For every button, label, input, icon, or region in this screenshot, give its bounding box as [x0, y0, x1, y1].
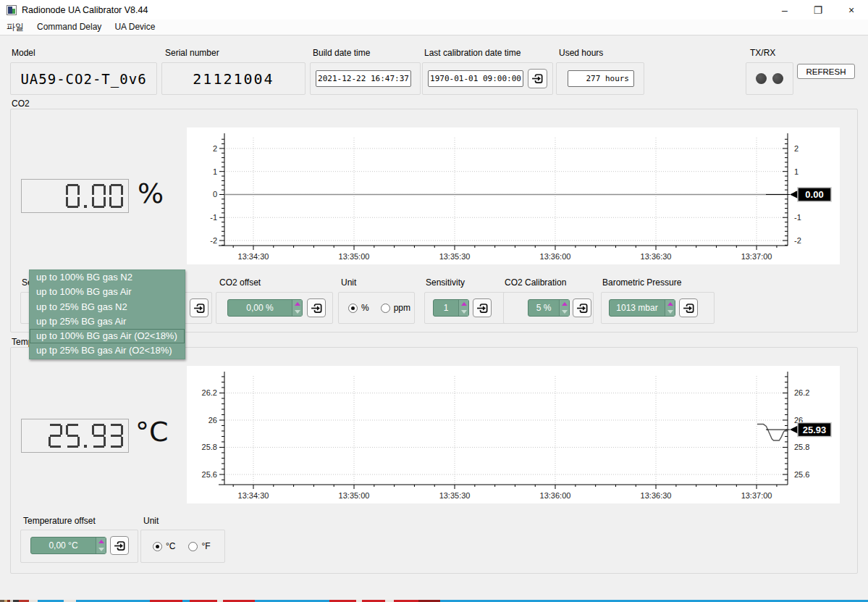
svg-text:13:35:00: 13:35:00: [339, 252, 370, 261]
spin-down-arrow[interactable]: [560, 308, 569, 316]
barometric-pressure-label: Barometric Pressure: [602, 277, 681, 288]
co2-group-label: CO2: [12, 99, 30, 109]
window-title: Radionode UA Calibrator V8.44: [22, 5, 148, 15]
co2-calibration-spinbox[interactable]: 5 %: [528, 299, 570, 317]
co2-calibration-value[interactable]: 5 %: [528, 300, 559, 316]
co2-unit-ppm-label: ppm: [394, 303, 410, 313]
radio-dot-icon: [348, 304, 358, 313]
svg-text:1: 1: [213, 167, 217, 176]
barometric-pressure-spinbox[interactable]: 1013 mbar: [609, 299, 675, 317]
spin-down-arrow[interactable]: [96, 545, 106, 553]
refresh-button[interactable]: REFRESH: [797, 64, 855, 79]
temperature-offset-value[interactable]: 0,00 °C: [31, 538, 96, 553]
close-button[interactable]: ×: [835, 0, 868, 20]
app-window: Radionode UA Calibrator V8.44 – ❐ × 파일 C…: [0, 0, 868, 602]
temperature-unit-fahrenheit-radio[interactable]: °F: [188, 541, 210, 551]
svg-text:0: 0: [213, 190, 217, 198]
co2-lcd-display: [21, 179, 129, 213]
used-hours-label: Used hours: [559, 48, 603, 58]
temperature-offset-label: Temperature offset: [23, 516, 96, 526]
co2-offset-apply-button[interactable]: [307, 298, 326, 317]
barometric-pressure-apply-button[interactable]: [679, 298, 698, 317]
used-hours-field: 277 hours: [568, 70, 634, 87]
serial-number-box: 21121004: [161, 62, 306, 95]
sensitivity-apply-button[interactable]: [473, 298, 492, 317]
temperature-unit-label: Unit: [143, 516, 159, 526]
maximize-button[interactable]: ❐: [801, 0, 835, 20]
svg-text:-2: -2: [794, 236, 801, 245]
spinner-arrows: [559, 300, 569, 316]
menu-file[interactable]: 파일: [0, 20, 30, 35]
svg-text:1: 1: [794, 167, 799, 176]
temperature-unit-symbol: °C: [135, 417, 169, 448]
svg-text:13:35:30: 13:35:30: [439, 252, 471, 261]
spin-down-arrow[interactable]: [459, 308, 468, 316]
radio-dot-icon: [381, 304, 390, 313]
window-controls: – ❐ ×: [768, 0, 868, 20]
spinner-arrows: [96, 538, 106, 553]
barometric-pressure-value[interactable]: 1013 mbar: [610, 300, 665, 316]
enter-icon: [531, 72, 544, 85]
temperature-chart: 26.226.2262625.825.825.625.613:34:3013:3…: [187, 366, 840, 503]
tx-led: [756, 73, 767, 84]
build-date-label: Build date time: [313, 48, 370, 58]
dropdown-item-highlighted[interactable]: up to 100% BG gas Air (O2<18%): [30, 329, 185, 343]
co2-calibration-apply-button[interactable]: [573, 298, 591, 317]
spin-up-arrow[interactable]: [96, 538, 106, 545]
svg-text:13:37:00: 13:37:00: [741, 252, 772, 261]
menu-bar: 파일 Command Delay UA Device: [0, 20, 868, 35]
sensitivity-spinbox[interactable]: 1: [433, 299, 469, 317]
sensitivity-label: Sensitivity: [426, 277, 465, 288]
enter-icon: [683, 302, 695, 314]
co2-offset-value[interactable]: 0,00 %: [228, 300, 292, 316]
temperature-unit-celsius-label: °C: [166, 541, 175, 551]
title-bar: Radionode UA Calibrator V8.44 – ❐ ×: [0, 0, 868, 20]
temperature-unit-fahrenheit-label: °F: [201, 541, 210, 551]
menu-command-delay[interactable]: Command Delay: [30, 20, 108, 35]
spinner-arrows: [458, 300, 468, 316]
svg-text:25.6: 25.6: [202, 470, 217, 479]
svg-text:13:35:30: 13:35:30: [439, 491, 471, 500]
spin-up-arrow[interactable]: [665, 300, 675, 308]
co2-unit-percent-radio[interactable]: %: [348, 303, 369, 313]
svg-text:13:36:00: 13:36:00: [540, 252, 571, 261]
co2-unit-ppm-radio[interactable]: ppm: [381, 303, 410, 313]
sensitivity-value[interactable]: 1: [434, 300, 458, 316]
temperature-offset-spinbox[interactable]: 0,00 °C: [30, 537, 106, 554]
spinner-arrows: [292, 300, 302, 316]
temperature-offset-apply-button[interactable]: [110, 536, 129, 555]
svg-text:13:34:30: 13:34:30: [238, 252, 269, 261]
temperature-unit-group: °C °F: [140, 530, 225, 563]
dropdown-item[interactable]: up to 100% BG gas N2: [30, 270, 185, 285]
svg-text:26: 26: [208, 416, 217, 425]
dropdown-item[interactable]: up tp 25% BG gas Air: [30, 314, 185, 329]
co2-unit-percent-label: %: [361, 303, 369, 313]
svg-text:26.2: 26.2: [202, 388, 217, 397]
spin-up-arrow[interactable]: [459, 300, 468, 308]
spin-up-arrow[interactable]: [292, 300, 302, 308]
dropdown-item[interactable]: up tp 25% BG gas Air (O2<18%): [30, 343, 185, 358]
svg-text:2: 2: [794, 144, 799, 153]
temperature-lcd-display: [21, 419, 129, 453]
svg-text:13:36:30: 13:36:30: [641, 491, 672, 500]
spin-down-arrow[interactable]: [665, 308, 675, 316]
dropdown-item[interactable]: up to 100% BG gas Air: [30, 285, 185, 299]
svg-text:25.93: 25.93: [803, 425, 827, 435]
co2-unit-group: % ppm: [338, 292, 415, 324]
txrx-indicator-box: [746, 62, 793, 95]
sensor-type-apply-button[interactable]: [190, 298, 208, 317]
temperature-unit-celsius-radio[interactable]: °C: [153, 541, 175, 551]
last-calibration-apply-button[interactable]: [528, 69, 547, 88]
co2-unit-label: Unit: [341, 277, 356, 288]
minimize-button[interactable]: –: [768, 0, 801, 20]
last-calibration-field[interactable]: 1970-01-01 09:00:00: [428, 70, 523, 87]
menu-ua-device[interactable]: UA Device: [108, 20, 161, 35]
co2-offset-spinbox[interactable]: 0,00 %: [227, 299, 303, 317]
svg-text:13:37:00: 13:37:00: [741, 491, 772, 500]
radio-dot-icon: [153, 542, 162, 551]
dropdown-item[interactable]: up to 25% BG gas N2: [30, 300, 185, 314]
build-date-field: 2021-12-22 16:47:37: [316, 70, 411, 87]
spin-down-arrow[interactable]: [292, 308, 302, 316]
svg-text:13:36:00: 13:36:00: [540, 491, 571, 500]
spin-up-arrow[interactable]: [560, 300, 569, 308]
